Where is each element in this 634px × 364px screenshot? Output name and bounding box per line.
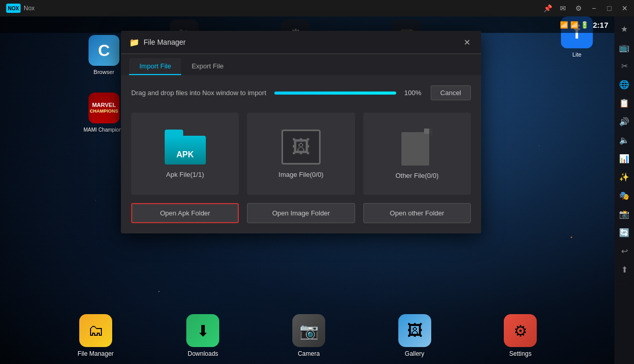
progress-bar-container	[274, 92, 396, 95]
modal-close-button[interactable]: ✕	[461, 36, 473, 48]
open-image-folder-button[interactable]: Open Image Folder	[247, 203, 355, 223]
image-card-label: Image File(0/0)	[278, 171, 323, 178]
modal-tabs: Import File Export File	[121, 54, 481, 75]
tab-export-file[interactable]: Export File	[181, 58, 234, 75]
progress-percent: 100%	[404, 89, 422, 97]
progress-bar-fill	[274, 92, 396, 95]
modal-title-text: File Manager	[144, 38, 186, 46]
open-apk-folder-button[interactable]: Open Apk Folder	[131, 203, 239, 223]
other-icon	[401, 129, 432, 166]
image-icon: 🖼	[281, 130, 321, 165]
apk-card-label: Apk File(1/1)	[166, 171, 204, 178]
modal-header: 📁 File Manager ✕	[121, 31, 481, 54]
file-type-cards: APK Apk File(1/1) 🖼 Image File(0/0)	[131, 113, 471, 195]
apk-folder-shape: APK	[165, 130, 206, 165]
apk-file-card: APK Apk File(1/1)	[131, 113, 239, 195]
doc-body	[401, 132, 429, 166]
open-other-folder-button[interactable]: Open other Folder	[363, 203, 471, 223]
image-icon-box: 🖼	[281, 130, 321, 165]
doc-icon-box	[401, 129, 432, 166]
image-file-card: 🖼 Image File(0/0)	[247, 113, 355, 195]
file-manager-icon: 📁	[129, 38, 139, 47]
drag-drop-label: Drag and drop files into Nox window to i…	[131, 89, 266, 97]
modal-title-row: 📁 File Manager	[129, 38, 186, 47]
file-manager-modal: 📁 File Manager ✕ Import File Export File…	[121, 31, 481, 233]
modal-body: Drag and drop files into Nox window to i…	[121, 75, 481, 233]
progress-row: Drag and drop files into Nox window to i…	[131, 85, 471, 100]
cancel-button[interactable]: Cancel	[431, 85, 471, 100]
other-card-label: Other File(0/0)	[395, 172, 438, 179]
other-file-card: Other File(0/0)	[363, 113, 471, 195]
tab-import-file[interactable]: Import File	[129, 58, 181, 75]
apk-folder-body: APK	[165, 136, 206, 165]
apk-label-text: APK	[165, 150, 206, 159]
apk-icon: APK	[165, 130, 206, 165]
action-buttons: Open Apk Folder Open Image Folder Open o…	[131, 203, 471, 223]
modal-overlay: 📁 File Manager ✕ Import File Export File…	[0, 0, 634, 364]
doc-corner-fold	[424, 129, 429, 134]
